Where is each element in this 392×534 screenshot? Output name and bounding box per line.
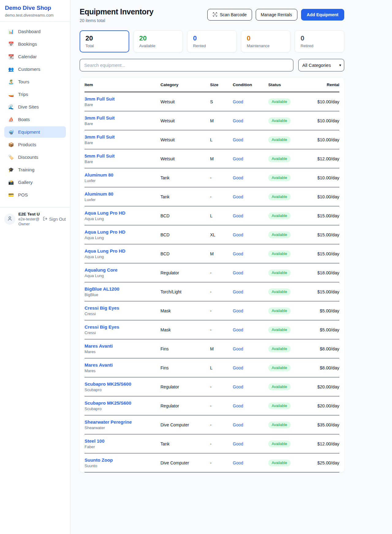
stat-card-available[interactable]: 20Available: [134, 30, 183, 52]
item-name-link[interactable]: Shearwater Peregrine: [85, 419, 160, 425]
sidebar-item-label: Calendar: [18, 54, 37, 59]
sidebar: Demo Dive Shop demo.test.divestreams.com…: [0, 0, 70, 534]
sidebar-item-calendar[interactable]: 📆Calendar: [4, 51, 66, 62]
item-condition-link[interactable]: Good: [233, 441, 268, 446]
item-name-link[interactable]: Aqua Lung Pro HD: [85, 210, 160, 216]
item-name-link[interactable]: Scubapro MK25/S600: [85, 400, 160, 406]
item-condition-link[interactable]: Good: [233, 289, 268, 294]
sidebar-item-customers[interactable]: 👥Customers: [4, 63, 66, 75]
item-brand: BigBlue: [85, 292, 160, 297]
sidebar-item-gallery[interactable]: 📸Gallery: [4, 177, 66, 188]
item-condition-link[interactable]: Good: [233, 118, 268, 123]
column-header-status: Status: [268, 78, 312, 92]
item-condition-link[interactable]: Good: [233, 327, 268, 332]
item-condition-link[interactable]: Good: [233, 232, 268, 237]
status-cell: Available: [268, 212, 312, 219]
table-body: 3mm Full SuitBareWetsuitSGoodAvailable$1…: [85, 92, 339, 472]
tours-icon: 🏝️: [8, 79, 14, 84]
item-rental: $20.00/day: [312, 403, 339, 408]
item-condition-link[interactable]: Good: [233, 365, 268, 370]
item-name-link[interactable]: 3mm Full Suit: [85, 134, 160, 139]
item-category: Mask: [160, 308, 210, 313]
item-name-link[interactable]: Scubapro MK25/S600: [85, 381, 160, 387]
manage-rentals-button[interactable]: Manage Rentals: [256, 9, 297, 21]
item-name-link[interactable]: Aqua Lung Pro HD: [85, 248, 160, 254]
stat-card-maintenance[interactable]: 0Maintenance: [241, 30, 291, 52]
stat-card-retired[interactable]: 0Retired: [295, 30, 344, 52]
stat-label: Maintenance: [247, 44, 285, 48]
sidebar-item-boats[interactable]: ⛵Boats: [4, 114, 66, 125]
item-brand: Luxfer: [85, 178, 160, 183]
sign-out-button[interactable]: Sign Out: [43, 216, 66, 222]
table-row: 3mm Full SuitBareWetsuitLGoodAvailable$1…: [85, 130, 339, 149]
sidebar-item-trips[interactable]: 🚤Trips: [4, 89, 66, 100]
item-category: Wetsuit: [160, 137, 210, 142]
item-category: Fins: [160, 346, 210, 351]
category-filter-select[interactable]: All Categories: [298, 59, 344, 71]
item-cell: Aluminum 80Luxfer: [85, 172, 160, 183]
sidebar-item-label: Products: [18, 142, 36, 147]
pos-icon: 💳: [8, 193, 14, 197]
item-condition-link[interactable]: Good: [233, 422, 268, 427]
item-condition-link[interactable]: Good: [233, 403, 268, 408]
item-condition-link[interactable]: Good: [233, 346, 268, 351]
status-badge: Available: [268, 98, 291, 105]
equipment-icon: 🤿: [8, 130, 14, 134]
table-row: Cressi Big EyesCressiMask-GoodAvailable$…: [85, 301, 339, 320]
item-name-link[interactable]: Aluminum 80: [85, 191, 160, 196]
main-content: Equipment Inventory 20 items total Scan …: [70, 0, 392, 534]
item-name-link[interactable]: Cressi Big Eyes: [85, 324, 160, 330]
sidebar-item-tours[interactable]: 🏝️Tours: [4, 76, 66, 87]
item-name-link[interactable]: 3mm Full Suit: [85, 96, 160, 101]
item-name-link[interactable]: Cressi Big Eyes: [85, 305, 160, 311]
item-condition-link[interactable]: Good: [233, 251, 268, 256]
item-condition-link[interactable]: Good: [233, 137, 268, 142]
item-brand: Scubapro: [85, 406, 160, 411]
item-cell: 5mm Full SuitBare: [85, 153, 160, 164]
table-row: Suunto ZoopSuuntoDive Computer-GoodAvail…: [85, 453, 339, 472]
item-name-link[interactable]: Steel 100: [85, 438, 160, 444]
sidebar-item-products[interactable]: 📦Products: [4, 139, 66, 150]
sidebar-item-label: POS: [18, 192, 28, 197]
search-input[interactable]: [80, 59, 293, 71]
item-condition-link[interactable]: Good: [233, 308, 268, 313]
item-name-link[interactable]: Aqualung Core: [85, 267, 160, 273]
sidebar-item-dive-sites[interactable]: 🌊Dive Sites: [4, 101, 66, 113]
table-row: Aqua Lung Pro HDAqua LungBCDXLGoodAvaila…: [85, 225, 339, 244]
item-condition-link[interactable]: Good: [233, 175, 268, 180]
sign-out-icon: [43, 216, 47, 222]
scan-barcode-button[interactable]: Scan Barcode: [207, 9, 252, 21]
stat-label: Rented: [193, 44, 231, 48]
item-rental: $12.00/day: [312, 441, 339, 446]
sidebar-item-training[interactable]: 🎓Training: [4, 164, 66, 175]
item-condition-link[interactable]: Good: [233, 213, 268, 218]
item-condition-link[interactable]: Good: [233, 460, 268, 465]
item-condition-link[interactable]: Good: [233, 194, 268, 199]
item-cell: Aqua Lung Pro HDAqua Lung: [85, 248, 160, 259]
table-row: Aluminum 80LuxferTank-GoodAvailable$10.0…: [85, 187, 339, 206]
sidebar-item-equipment[interactable]: 🤿Equipment: [4, 126, 66, 138]
item-name-link[interactable]: Aluminum 80: [85, 172, 160, 177]
item-name-link[interactable]: Suunto Zoop: [85, 457, 160, 463]
sidebar-item-dashboard[interactable]: 📊Dashboard: [4, 26, 66, 37]
stat-card-total[interactable]: 20Total: [80, 30, 129, 52]
item-name-link[interactable]: Mares Avanti: [85, 362, 160, 368]
sidebar-item-discounts[interactable]: 🏷️Discounts: [4, 151, 66, 163]
item-condition-link[interactable]: Good: [233, 270, 268, 275]
item-name-link[interactable]: Mares Avanti: [85, 343, 160, 349]
add-equipment-label: Add Equipment: [307, 12, 338, 17]
item-condition-link[interactable]: Good: [233, 156, 268, 161]
item-condition-link[interactable]: Good: [233, 384, 268, 389]
sidebar-item-bookings[interactable]: 📅Bookings: [4, 38, 66, 50]
item-condition-link[interactable]: Good: [233, 99, 268, 104]
item-name-link[interactable]: Aqua Lung Pro HD: [85, 229, 160, 235]
item-name-link[interactable]: 5mm Full Suit: [85, 153, 160, 158]
item-name-link[interactable]: BigBlue AL1200: [85, 286, 160, 292]
stat-card-rented[interactable]: 0Rented: [187, 30, 237, 52]
sidebar-item-pos[interactable]: 💳POS: [4, 189, 66, 200]
item-category: Mask: [160, 327, 210, 332]
item-brand: Cressi: [85, 330, 160, 335]
add-equipment-button[interactable]: Add Equipment: [301, 9, 344, 21]
item-name-link[interactable]: 3mm Full Suit: [85, 115, 160, 120]
brand-title[interactable]: Demo Dive Shop: [5, 5, 65, 11]
